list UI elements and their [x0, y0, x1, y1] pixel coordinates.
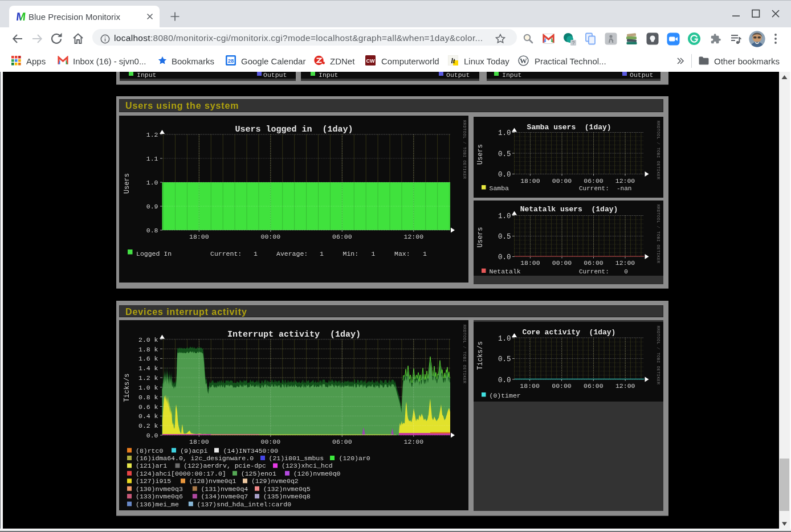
svg-text:1.0 k: 1.0 k: [138, 384, 158, 391]
svg-text:RRDTOOL / TOBI OETIKER: RRDTOOL / TOBI OETIKER: [462, 325, 467, 384]
svg-text:Users: Users: [123, 173, 131, 194]
svg-text:(126)nvme0q0: (126)nvme0q0: [293, 470, 341, 477]
svg-text:(0)timer: (0)timer: [490, 391, 521, 399]
svg-text:M: M: [15, 11, 26, 22]
svg-text:Interrupt activity (1day): Interrupt activity (1day): [227, 330, 361, 339]
svg-text:18:00: 18:00: [520, 177, 540, 185]
svg-text:Current:: Current:: [210, 250, 242, 257]
svg-text:00:00: 00:00: [261, 438, 281, 445]
svg-text:(134)nvme0q7: (134)nvme0q7: [201, 493, 248, 500]
svg-text:1.0: 1.0: [498, 212, 511, 220]
svg-text:06:00: 06:00: [332, 233, 352, 240]
svg-text:(16)idma64.0, i2c_designware.0: (16)idma64.0, i2c_designware.0: [136, 455, 254, 462]
svg-text:W: W: [520, 57, 527, 65]
svg-text:(135)nvme0q8: (135)nvme0q8: [263, 493, 311, 500]
svg-text:Ticks/s: Ticks/s: [123, 373, 131, 402]
svg-text:0.9: 0.9: [146, 203, 158, 210]
svg-text:(129)nvme0q2: (129)nvme0q2: [251, 477, 299, 485]
svg-text:28: 28: [228, 58, 234, 64]
svg-text:06:00: 06:00: [584, 177, 604, 185]
svg-text:2.0 k: 2.0 k: [138, 336, 158, 343]
svg-text:Min:: Min:: [343, 250, 359, 257]
svg-text:(8)rtc0: (8)rtc0: [136, 447, 163, 455]
svg-text:1.4 k: 1.4 k: [138, 365, 158, 372]
svg-text:Ticks/s: Ticks/s: [476, 341, 484, 370]
svg-text:00:00: 00:00: [552, 259, 572, 267]
svg-text:(137)snd_hda_intel:card0: (137)snd_hda_intel:card0: [197, 501, 292, 508]
svg-text:0.4 k: 0.4 k: [138, 412, 158, 420]
svg-text:1.1: 1.1: [146, 155, 158, 162]
svg-text:Current: -nan: Current: -nan: [579, 185, 631, 192]
svg-text:Current: 0: Current: 0: [579, 268, 628, 275]
svg-text:lt: lt: [451, 57, 455, 65]
svg-text:(9)acpi: (9)acpi: [180, 447, 207, 455]
svg-text:RRDTOOL / TOBI OETIKER: RRDTOOL / TOBI OETIKER: [656, 121, 660, 180]
svg-text:0.0: 0.0: [146, 432, 158, 439]
svg-text:18:00: 18:00: [520, 259, 540, 267]
svg-text:1.8 k: 1.8 k: [138, 346, 158, 353]
svg-text:1.0: 1.0: [498, 334, 511, 342]
svg-text:Users logged in (1day): Users logged in (1day): [235, 125, 353, 134]
svg-text:0.2 k: 0.2 k: [138, 422, 158, 429]
svg-text:1: 1: [254, 250, 258, 257]
svg-text:0.5: 0.5: [498, 355, 511, 363]
svg-text:(121)ar1: (121)ar1: [136, 462, 167, 469]
svg-text:1.2: 1.2: [146, 131, 158, 138]
svg-text:06:00: 06:00: [584, 259, 604, 267]
svg-text:12:00: 12:00: [404, 233, 424, 240]
svg-text:1: 1: [423, 250, 427, 257]
svg-text:0.5: 0.5: [498, 233, 511, 241]
svg-text:Users: Users: [476, 144, 484, 165]
svg-text:(14)INT3450:00: (14)INT3450:00: [223, 447, 279, 455]
svg-text:Netatalk: Netatalk: [490, 268, 521, 275]
svg-text:Average:: Average:: [276, 250, 308, 257]
svg-text:Samba: Samba: [490, 185, 509, 192]
svg-text:1.6 k: 1.6 k: [138, 355, 158, 362]
svg-text:RRDTOOL / TOBI OETIKER: RRDTOOL / TOBI OETIKER: [462, 120, 467, 179]
svg-text:Samba users (1day): Samba users (1day): [527, 123, 611, 132]
svg-text:(127)i915: (127)i915: [136, 477, 171, 485]
svg-text:0.8: 0.8: [146, 227, 158, 234]
svg-text:(123)xhci_hcd: (123)xhci_hcd: [282, 462, 333, 469]
svg-text:18:00: 18:00: [189, 438, 209, 445]
svg-text:(120)ar0: (120)ar0: [339, 455, 370, 462]
svg-text:06:00: 06:00: [332, 438, 352, 445]
svg-text:Netatalk users (1day): Netatalk users (1day): [520, 205, 618, 214]
svg-text:(124)ahci[0000:00:17.0]: (124)ahci[0000:00:17.0]: [136, 470, 226, 477]
svg-text:1: 1: [372, 250, 376, 257]
svg-text:12:00: 12:00: [615, 177, 635, 185]
svg-text:Users: Users: [476, 227, 484, 247]
svg-text:12:00: 12:00: [404, 438, 424, 445]
svg-text:18:00: 18:00: [520, 382, 540, 389]
svg-text:(136)mei_me: (136)mei_me: [136, 501, 179, 508]
svg-text:(128)nvme0q1: (128)nvme0q1: [189, 477, 237, 485]
svg-text:(125)eno1: (125)eno1: [241, 470, 276, 477]
svg-text:(130)nvme0q3: (130)nvme0q3: [136, 485, 183, 493]
svg-text:00:00: 00:00: [261, 233, 281, 240]
svg-text:18:00: 18:00: [189, 233, 209, 240]
svg-text:0.6 k: 0.6 k: [138, 403, 158, 411]
svg-text:(131)nvme0q4: (131)nvme0q4: [201, 485, 248, 493]
svg-text:(21)i801_smbus: (21)i801_smbus: [269, 455, 324, 462]
svg-text:(122)aerdrv, pcie-dpc: (122)aerdrv, pcie-dpc: [184, 462, 266, 469]
svg-text:0.0: 0.0: [498, 171, 511, 179]
svg-text:(133)nvme0q6: (133)nvme0q6: [136, 493, 183, 500]
svg-text:1: 1: [320, 250, 324, 257]
svg-text:1.0: 1.0: [498, 129, 511, 137]
svg-text:?: ?: [572, 40, 575, 46]
svg-text:0.8 k: 0.8 k: [138, 394, 158, 401]
svg-text:1.2 k: 1.2 k: [138, 374, 158, 382]
svg-text:RRDTOOL / TOBI OETIKER: RRDTOOL / TOBI OETIKER: [656, 204, 660, 264]
svg-text:0.5: 0.5: [498, 150, 511, 158]
svg-text:12:00: 12:00: [615, 382, 635, 389]
svg-text:00:00: 00:00: [552, 177, 572, 185]
svg-text:CW: CW: [366, 58, 375, 64]
svg-text:00:00: 00:00: [552, 382, 572, 389]
svg-text:0.0: 0.0: [498, 253, 511, 261]
svg-text:1.0: 1.0: [146, 179, 158, 186]
svg-text:0.0: 0.0: [498, 376, 511, 384]
svg-text:Core activity (1day): Core activity (1day): [523, 328, 616, 337]
svg-text:Max:: Max:: [394, 250, 410, 257]
svg-text:(132)nvme0q5: (132)nvme0q5: [263, 485, 311, 493]
svg-text:06:00: 06:00: [584, 382, 604, 389]
